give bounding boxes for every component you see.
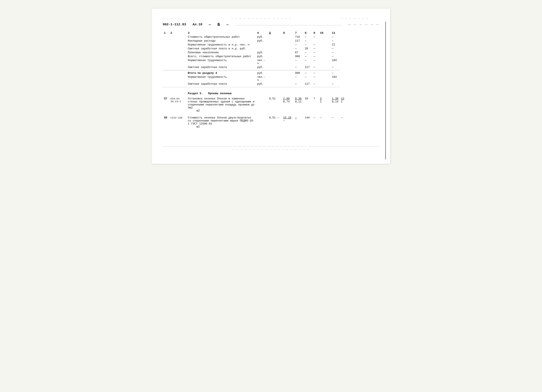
cell-o [282, 71, 294, 75]
col-header-2: 2 [169, 31, 186, 35]
cell-9: — [319, 116, 331, 129]
cell-num [163, 43, 169, 47]
cell-unit: руб. [256, 35, 268, 39]
cell-8: — [304, 39, 312, 43]
cell-9: — [312, 65, 319, 69]
cell-8: — [304, 71, 312, 75]
table-row: Накладные расходы руб. 117 — — [163, 39, 379, 43]
cell-o [282, 39, 294, 43]
table-row: Сметная заработная плата в н.р. руб. — 2… [163, 47, 379, 51]
cell-code [169, 71, 186, 75]
cell-d [268, 59, 282, 65]
cell-9: — [312, 71, 319, 75]
cell-num [163, 59, 169, 65]
cell-10 [319, 54, 331, 59]
cell-11: — [331, 35, 340, 39]
cell-unit [256, 116, 268, 129]
cell-d [268, 51, 282, 54]
cell-d [268, 54, 282, 59]
cell-unit [256, 97, 268, 113]
cell-7: 900 [294, 71, 304, 75]
cell-10: — [331, 116, 340, 129]
table-row: Сметная заработная плата руб. — 117 — — [163, 82, 379, 86]
col-header-7: 7 [294, 31, 304, 35]
cell-num [163, 39, 169, 43]
cell-10 [319, 39, 331, 43]
cell-9: 3I [319, 97, 331, 113]
table-row: Итого по разделу 4 руб. 900 — — — [163, 71, 379, 75]
cell-code [169, 47, 186, 51]
spacer-row [163, 129, 379, 142]
cell-code [169, 35, 186, 39]
cell-10 [319, 35, 331, 39]
cell-7: — [294, 47, 304, 51]
table-row: 57 ЕI0-84I0.I4-I Установка оконных блоко… [163, 97, 379, 113]
cell-8: — [304, 51, 312, 54]
cell-7: 67 [294, 51, 304, 54]
cell-o: 15,10— [282, 116, 294, 129]
cell-o [282, 43, 294, 47]
cell-9: — [312, 59, 319, 65]
cell-7: — [294, 82, 304, 86]
cell-code [169, 43, 186, 47]
cell-11: — [331, 51, 340, 54]
cell-unit: чел.-ч [256, 75, 268, 82]
cell-d [268, 82, 282, 86]
cell-desc: Стоимость общестроительных работ [186, 35, 256, 39]
cell-unit [256, 47, 268, 51]
cell-10 [319, 82, 331, 86]
cell-d: 9,51 — [268, 116, 282, 129]
cell-11: 184 [331, 59, 340, 65]
footer-dashes: — — — — — — — — — — — — — — — — — — — [233, 148, 309, 151]
cell-code [169, 75, 186, 82]
cell-9: — [312, 43, 319, 47]
cell-d [268, 65, 282, 69]
cell-o [282, 51, 294, 54]
cell-10: 1,380,14 [331, 97, 340, 113]
col-header-o: О [282, 31, 294, 35]
cell-code [169, 65, 186, 69]
col-header-11: 11 [331, 31, 340, 35]
table-row: 58 СI22-159 Стоимость оконных блоков дву… [163, 116, 379, 129]
cell-7: 28 [304, 97, 312, 113]
cell-desc: Плановые накопления [186, 51, 256, 54]
cell-d: 9,51 [268, 97, 282, 113]
cell-unit: руб. [256, 71, 268, 75]
cell-code [169, 59, 186, 65]
cell-11: — [331, 65, 340, 69]
cell-11: — [340, 116, 379, 129]
table-row: Всего, стоимость общестроительных работ … [163, 54, 379, 59]
cell-9: — [312, 82, 319, 86]
cell-o [282, 54, 294, 59]
cell-11: — [331, 71, 340, 75]
col-header-8: 8 [304, 31, 312, 35]
cell-d [268, 71, 282, 75]
cell-7: — [294, 65, 304, 69]
cell-9: — [312, 75, 319, 82]
doc-number: 902-1-112.83 [163, 23, 186, 27]
cell-7: 117 [294, 39, 304, 43]
cell-desc: Всего, стоимость общестроительных работ [186, 54, 256, 59]
cell-unit: руб. [256, 51, 268, 54]
cell-8: 7 [312, 97, 319, 113]
cell-11: 184 [331, 75, 340, 82]
cell-desc: Итого по разделу 4 [186, 71, 256, 75]
cell-10 [319, 43, 331, 47]
col-header-4: 4 [256, 31, 268, 35]
cell-desc: Сметная заработная плата [186, 82, 256, 86]
col-header-3: 3 [186, 31, 256, 35]
cell-num [163, 75, 169, 82]
cell-desc: Нормативная трудоемкость [186, 59, 256, 65]
cell-11: — [331, 82, 340, 86]
cell-oo: 0,360,11 [294, 97, 304, 113]
spacer-row [163, 113, 379, 116]
table-row: Нормативная трудоемкость чел.-ч — — — 18… [163, 59, 379, 65]
header-dashes [235, 25, 342, 25]
deco-dash-1: — — — — — [163, 17, 181, 20]
cell-d [268, 75, 282, 82]
cell-8: 117 [304, 65, 312, 69]
cell-d [268, 39, 282, 43]
cell-o [282, 47, 294, 51]
col-header-10: 10 [319, 31, 331, 35]
cell-unit: руб. [256, 39, 268, 43]
